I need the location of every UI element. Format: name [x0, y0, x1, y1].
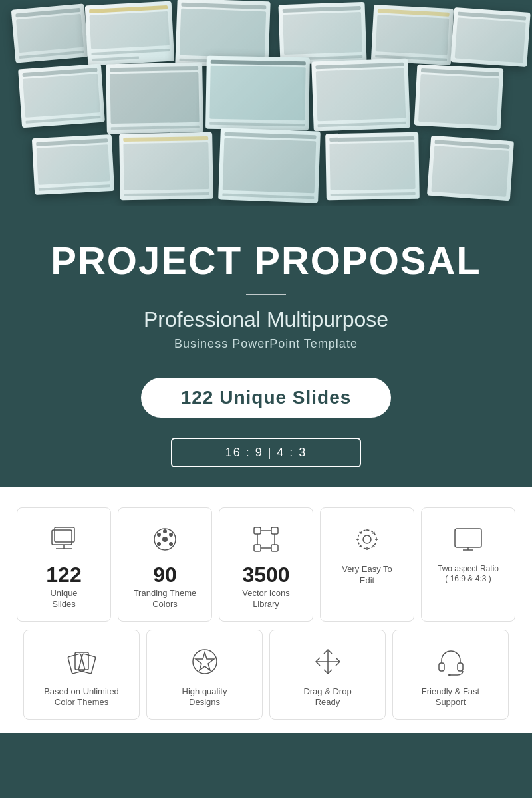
hero-subtitle: Professional Multipurpose — [27, 307, 505, 332]
feature-label-support: Friendly & FastSupport — [400, 686, 501, 709]
features-section: 122 UniqueSlides 90 Tranding ThemeColors — [0, 487, 532, 733]
vector-icon — [248, 521, 284, 557]
svg-point-33 — [448, 674, 451, 676]
star-icon — [187, 644, 223, 680]
svg-rect-13 — [254, 545, 261, 551]
feature-color-themes: Based on UnlimitedColor Themes — [23, 630, 140, 720]
monitor-icon — [450, 521, 486, 557]
feature-label-colors: Tranding ThemeColors — [125, 588, 205, 610]
colors-icon — [64, 644, 100, 680]
svg-point-6 — [163, 529, 167, 533]
feature-number-slides: 122 — [24, 564, 104, 585]
palette-icon — [147, 521, 183, 557]
feature-unique-slides: 122 UniqueSlides — [17, 507, 111, 622]
feature-label-slides: UniqueSlides — [24, 588, 104, 610]
svg-point-10 — [157, 542, 161, 546]
svg-rect-21 — [455, 529, 481, 547]
feature-easy-edit: Very Easy ToEdit — [320, 507, 414, 622]
feature-high-quality: High qualityDesigns — [146, 630, 263, 720]
svg-point-8 — [169, 542, 173, 546]
feature-label-ratio: Two aspect Ratio( 16:9 & 4:3 ) — [428, 564, 508, 585]
slides-badge: 122 Unique Slides — [141, 378, 392, 418]
headset-icon — [433, 644, 469, 680]
svg-rect-14 — [271, 545, 278, 551]
svg-marker-28 — [196, 652, 214, 670]
hero-description: Business PowerPoint Template — [27, 337, 505, 351]
svg-rect-11 — [254, 527, 261, 534]
feature-label-drag: Drag & DropReady — [277, 686, 378, 709]
svg-point-5 — [162, 537, 168, 542]
feature-label-icons: Vector IconsLibrary — [226, 588, 306, 610]
feature-support: Friendly & FastSupport — [392, 630, 509, 720]
ratio-badge: 16 : 9 | 4 : 3 — [171, 438, 362, 467]
feature-vector-icons: 3500 Vector IconsLibrary — [219, 507, 313, 622]
svg-point-7 — [169, 533, 173, 537]
svg-point-9 — [157, 533, 161, 537]
slides-preview — [0, 0, 532, 206]
features-row-2: Based on UnlimitedColor Themes High qual… — [17, 630, 515, 720]
slides-icon — [46, 521, 82, 557]
feature-number-colors: 90 — [125, 564, 205, 585]
feature-label-edit: Very Easy ToEdit — [327, 564, 407, 587]
svg-rect-32 — [458, 663, 463, 671]
feature-drag-drop: Drag & DropReady — [269, 630, 386, 720]
svg-rect-31 — [439, 663, 444, 671]
feature-number-icons: 3500 — [226, 564, 306, 585]
feature-label-themes: Based on UnlimitedColor Themes — [31, 686, 132, 709]
hero-divider — [246, 294, 286, 295]
hero-title: PROJECT PROPOSAL — [27, 239, 505, 282]
feature-theme-colors: 90 Tranding ThemeColors — [118, 507, 212, 622]
gear-icon — [349, 521, 385, 557]
svg-rect-12 — [271, 527, 278, 534]
svg-point-19 — [363, 535, 371, 543]
feature-aspect-ratio: Two aspect Ratio( 16:9 & 4:3 ) — [421, 507, 515, 622]
hero-section: PROJECT PROPOSAL Professional Multipurpo… — [0, 206, 532, 487]
feature-label-quality: High qualityDesigns — [154, 686, 255, 709]
move-icon — [310, 644, 346, 680]
features-row-1: 122 UniqueSlides 90 Tranding ThemeColors — [17, 507, 515, 622]
